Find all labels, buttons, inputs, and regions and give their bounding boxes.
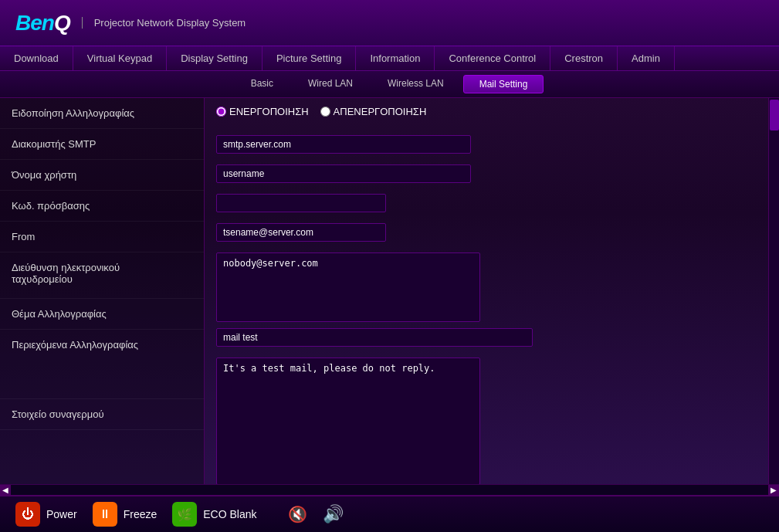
logo: BenQ xyxy=(15,11,70,36)
radio-enabled-text: ΕΝΕΡΓΟΠΟΙΗΣΗ xyxy=(229,106,309,117)
sub-nav: Basic Wired LAN Wireless LAN Mail Settin… xyxy=(0,71,779,98)
sidebar-item-email-notification: Ειδοποίηση Αλληλογραφίας xyxy=(0,98,204,129)
sidebar-item-mail-subject: Θέμα Αλληλογραφίας xyxy=(0,299,204,330)
mail-subject-input[interactable] xyxy=(216,328,533,347)
nav-item-information[interactable]: Information xyxy=(356,46,435,70)
eco-label: ECO Blank xyxy=(203,508,256,520)
password-row xyxy=(216,194,757,217)
smtp-server-input[interactable] xyxy=(216,135,471,154)
nav-item-virtual-keypad[interactable]: Virtual Keypad xyxy=(73,46,167,70)
radio-disabled-label[interactable]: ΑΠΕΝΕΡΓΟΠΟΙΗΣΗ xyxy=(320,106,427,117)
sidebar-item-smtp-server: Διακομιστής SMTP xyxy=(0,129,204,160)
header-subtitle: Projector Network Display System xyxy=(82,17,246,29)
radio-enabled[interactable] xyxy=(216,107,226,117)
radio-disabled[interactable] xyxy=(320,107,330,117)
nav-item-crestron[interactable]: Crestron xyxy=(550,46,618,70)
from-input[interactable] xyxy=(216,223,386,242)
sub-nav-wireless-lan[interactable]: Wireless LAN xyxy=(372,75,459,93)
content-wrapper: Ειδοποίηση Αλληλογραφίας Διακομιστής SMT… xyxy=(0,98,779,491)
email-addresses-controls: nobody@server.com xyxy=(216,252,757,322)
email-notification-row: ΕΝΕΡΓΟΠΟΙΗΣΗ ΑΠΕΝΕΡΓΟΠΟΙΗΣΗ xyxy=(216,106,757,129)
main-nav: Download Virtual Keypad Display Setting … xyxy=(0,46,779,71)
eco-icon: 🌿 xyxy=(172,502,197,527)
smtp-server-row xyxy=(216,135,757,158)
sidebar-item-username: Όνομα χρήστη xyxy=(0,160,204,191)
main-content: ΕΝΕΡΓΟΠΟΙΗΣΗ ΑΠΕΝΕΡΓΟΠΟΙΗΣΗ xyxy=(205,98,768,491)
password-input[interactable] xyxy=(216,194,386,212)
sidebar-item-mail-content: Περιεχόμενα Αλληλογραφίας xyxy=(0,330,204,399)
sub-nav-mail-setting[interactable]: Mail Setting xyxy=(463,75,544,93)
volume-up-icon: 🔊 xyxy=(323,504,344,524)
header: BenQ Projector Network Display System xyxy=(0,0,779,46)
mail-subject-controls xyxy=(216,328,757,347)
mail-content-row: It's a test mail, please do not reply. M… xyxy=(216,357,757,491)
radio-disabled-text: ΑΠΕΝΕΡΓΟΠΟΙΗΣΗ xyxy=(334,106,427,117)
freeze-button[interactable]: ⏸ Freeze xyxy=(93,502,157,527)
sidebar: Ειδοποίηση Αλληλογραφίας Διακομιστής SMT… xyxy=(0,98,205,491)
nav-item-display-setting[interactable]: Display Setting xyxy=(167,46,262,70)
freeze-label: Freeze xyxy=(124,508,157,520)
sub-nav-basic[interactable]: Basic xyxy=(235,75,289,93)
scroll-track xyxy=(11,485,768,496)
sidebar-item-password: Κωδ. πρόσβασης xyxy=(0,191,204,222)
nav-item-download[interactable]: Download xyxy=(0,46,73,70)
sidebar-item-alarm-items: Στοιχείο συναγερμού xyxy=(0,399,204,430)
freeze-icon: ⏸ xyxy=(93,502,117,527)
horizontal-scrollbar[interactable]: ◀ ▶ xyxy=(0,484,779,495)
vertical-scrollbar[interactable] xyxy=(768,98,779,491)
scroll-right-button[interactable]: ▶ xyxy=(768,485,779,496)
volume-mute-button[interactable]: 🔇 xyxy=(288,505,307,524)
power-button[interactable]: ⏻ Power xyxy=(15,502,77,527)
eco-blank-button[interactable]: 🌿 ECO Blank xyxy=(172,502,256,527)
sidebar-item-email-address: Διεύθυνση ηλεκτρονικούταχυδρομείου xyxy=(0,252,204,299)
power-label: Power xyxy=(46,508,77,520)
email-addresses-row: nobody@server.com xyxy=(216,252,757,322)
power-icon: ⏻ xyxy=(15,502,40,527)
from-row xyxy=(216,223,757,246)
username-input[interactable] xyxy=(216,164,471,183)
nav-item-picture-setting[interactable]: Picture Setting xyxy=(262,46,357,70)
sidebar-item-from: From xyxy=(0,222,204,252)
bottom-toolbar: ⏻ Power ⏸ Freeze 🌿 ECO Blank 🔇 🔊 xyxy=(0,495,779,532)
mail-subject-row xyxy=(216,328,757,351)
volume-mute-icon: 🔇 xyxy=(288,505,307,524)
username-row xyxy=(216,164,757,188)
from-controls xyxy=(216,223,757,242)
email-notification-controls: ΕΝΕΡΓΟΠΟΙΗΣΗ ΑΠΕΝΕΡΓΟΠΟΙΗΣΗ xyxy=(216,106,757,117)
scroll-left-button[interactable]: ◀ xyxy=(0,485,11,496)
volume-up-button[interactable]: 🔊 xyxy=(323,504,344,524)
email-addresses-textarea[interactable]: nobody@server.com xyxy=(216,252,480,322)
mail-content-textarea[interactable]: It's a test mail, please do not reply. xyxy=(216,357,480,485)
nav-item-conference-control[interactable]: Conference Control xyxy=(435,46,550,70)
radio-enabled-label[interactable]: ΕΝΕΡΓΟΠΟΙΗΣΗ xyxy=(216,106,309,117)
nav-item-admin[interactable]: Admin xyxy=(618,46,675,70)
scrollbar-thumb[interactable] xyxy=(770,100,779,130)
sub-nav-wired-lan[interactable]: Wired LAN xyxy=(293,75,368,93)
password-controls xyxy=(216,194,757,212)
smtp-controls xyxy=(216,135,757,154)
username-controls xyxy=(216,164,757,183)
mail-content-controls: It's a test mail, please do not reply. M… xyxy=(216,357,757,491)
